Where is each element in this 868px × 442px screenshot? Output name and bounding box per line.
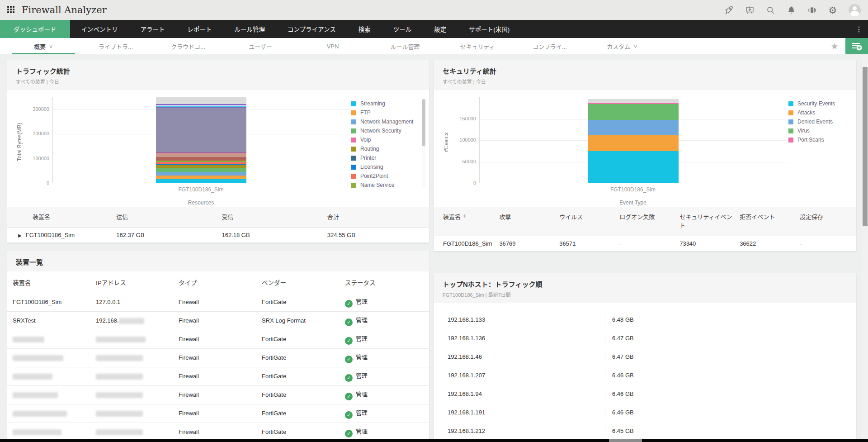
app-title: Firewall Analyzer xyxy=(22,5,107,15)
legend-item-denied-events[interactable]: Denied Events xyxy=(788,117,846,126)
legend-item-voip[interactable]: Voip xyxy=(351,135,419,144)
scrollbar-thumb[interactable] xyxy=(863,67,868,226)
subtab-6[interactable]: セキュリティ xyxy=(441,38,514,54)
security-col-0[interactable]: 装置名▲▼ xyxy=(434,207,495,236)
traffic-col-2[interactable]: 受信 xyxy=(218,207,324,228)
legend-item-attacks[interactable]: Attacks xyxy=(788,108,846,117)
legend-item-security-events[interactable]: Security Events xyxy=(788,99,846,108)
security-col-4[interactable]: セキュリティイベント xyxy=(676,207,736,236)
legend-item-port-scans[interactable]: Port Scans xyxy=(788,135,846,144)
device-row[interactable]: FGT100D186_Sim127.0.0.1FirewallFortiGate… xyxy=(7,293,429,311)
security-col-6[interactable]: 設定保存 xyxy=(796,207,856,236)
presentation-icon[interactable] xyxy=(745,5,755,15)
device-row[interactable]: SRXTest192.168.FirewallSRX Log Format✓管理 xyxy=(7,311,429,330)
subtab-4[interactable]: VPN xyxy=(297,38,369,54)
device-row[interactable]: FirewallFortiGate✓管理 xyxy=(7,367,429,385)
audit-log-icon[interactable] xyxy=(807,5,817,15)
legend-label: Network Security xyxy=(360,128,401,134)
traffic-row[interactable]: ▶FGT100D186_Sim162.37 GB162.18 GB324.55 … xyxy=(7,227,429,242)
top-host-row[interactable]: 192.168.1.1916.46 GB xyxy=(448,403,843,422)
security-col-3[interactable]: ログオン失敗 xyxy=(616,207,676,236)
favorite-star-icon[interactable]: ★ xyxy=(824,38,845,54)
nav-item-3[interactable]: レポート xyxy=(176,20,223,38)
device-row[interactable]: FirewallFortiGate✓管理 xyxy=(7,423,429,439)
host-ip: 192.168.1.46 xyxy=(448,353,605,360)
top-host-row[interactable]: 192.168.1.1366.47 GB xyxy=(448,329,843,347)
legend-item-routing[interactable]: Routing xyxy=(351,144,419,153)
chevron-down-icon[interactable]: ∨ xyxy=(633,44,638,49)
nav-item-4[interactable]: ルール管理 xyxy=(223,20,277,38)
legend-item-virus[interactable]: Virus xyxy=(788,126,846,135)
device-row[interactable]: FirewallFortiGate✓管理 xyxy=(7,330,429,348)
traffic-col-0[interactable]: 装置名 xyxy=(7,207,113,228)
device-row[interactable]: FirewallFortiGate✓管理 xyxy=(7,385,429,404)
security-panel-header: セキュリティ統計 すべての装置 | 今日 xyxy=(434,60,856,90)
apps-grid-icon[interactable] xyxy=(7,6,16,14)
subtab-7[interactable]: コンプライ... xyxy=(514,38,586,54)
device-col-1[interactable]: IPアドレス xyxy=(90,271,173,293)
settings-gear-icon[interactable]: ⚙ xyxy=(828,5,838,15)
subtab-2[interactable]: クラウドコ... xyxy=(152,38,224,54)
security-col-5[interactable]: 拒否イベント xyxy=(736,207,796,236)
chart-legend: StreamingFTPNetwork ManagementNetwork Se… xyxy=(349,97,425,194)
nav-item-0[interactable]: ダッシュボード xyxy=(0,20,70,38)
nav-item-5[interactable]: コンプライアンス xyxy=(276,20,347,38)
legend-item-printer[interactable]: Printer xyxy=(351,153,419,162)
legend-item-licensing[interactable]: Licensing xyxy=(351,162,419,171)
top-host-row[interactable]: 192.168.1.466.47 GB xyxy=(448,347,843,366)
security-col-1[interactable]: 攻撃 xyxy=(495,207,556,236)
device-row[interactable]: FirewallFortiGate✓管理 xyxy=(7,404,429,423)
subtab-3[interactable]: ユーザー xyxy=(224,38,297,54)
top-host-row[interactable]: 192.168.1.946.46 GB xyxy=(448,385,843,403)
subtab-0[interactable]: 概要∨ xyxy=(7,38,80,54)
sort-icon[interactable]: ▲▼ xyxy=(463,214,466,218)
traffic-col-1[interactable]: 送信 xyxy=(113,207,218,228)
stacked-bar-FGT100D186_Sim[interactable] xyxy=(588,99,679,183)
chevron-down-icon[interactable]: ∨ xyxy=(49,44,53,49)
subtab-5[interactable]: ルール管理 xyxy=(369,38,441,54)
nav-item-2[interactable]: アラート xyxy=(129,20,176,38)
device-type-cell: Firewall xyxy=(173,367,256,385)
device-col-3[interactable]: ベンダー xyxy=(256,271,340,293)
legend-item-network-security[interactable]: Network Security xyxy=(351,126,419,135)
nav-overflow-menu-icon[interactable]: ⋮ xyxy=(853,20,865,38)
top-host-row[interactable]: 192.168.1.2126.45 GB xyxy=(448,422,843,439)
subtab-8[interactable]: カスタム∨ xyxy=(586,38,658,54)
device-ip-cell: 127.0.0.1 xyxy=(90,293,173,311)
device-col-0[interactable]: 装置名 xyxy=(7,271,90,293)
device-col-2[interactable]: タイプ xyxy=(173,271,256,293)
nav-item-6[interactable]: 検索 xyxy=(347,20,382,38)
legend-item-network-management[interactable]: Network Management xyxy=(351,117,419,126)
security-row[interactable]: FGT100D186_Sim3676936571-7334036622- xyxy=(434,236,856,251)
legend-scrollbar[interactable] xyxy=(422,99,425,188)
legend-item-ftp[interactable]: FTP xyxy=(351,108,419,117)
bell-icon[interactable] xyxy=(786,5,796,15)
user-avatar[interactable] xyxy=(849,4,861,16)
security-col-2[interactable]: ウイルス xyxy=(556,207,616,236)
bar-segment-virus xyxy=(588,104,679,120)
nav-item-1[interactable]: インベントリ xyxy=(70,20,129,38)
subtab-1[interactable]: ライブトラ... xyxy=(80,38,152,54)
nav-item-8[interactable]: 設定 xyxy=(423,20,458,38)
nav-item-9[interactable]: サポート(米国) xyxy=(458,20,521,38)
device-col-4[interactable]: ステータス xyxy=(340,271,429,293)
page-scrollbar[interactable] xyxy=(862,54,868,442)
rocket-icon[interactable] xyxy=(724,5,734,15)
attacks-cell: 36769 xyxy=(495,236,556,251)
top-host-row[interactable]: 192.168.1.2076.46 GB xyxy=(448,366,843,385)
traffic-col-3[interactable]: 合計 xyxy=(324,207,429,228)
device-row[interactable]: FirewallFortiGate✓管理 xyxy=(7,348,429,367)
legend-item-point2point[interactable]: Point2Point xyxy=(351,171,419,181)
add-widget-button[interactable] xyxy=(845,38,868,54)
legend-item-streaming[interactable]: Streaming xyxy=(351,99,419,108)
legend-item-name-service[interactable]: Name Service xyxy=(351,181,419,190)
search-icon[interactable] xyxy=(765,5,775,15)
expand-row-icon[interactable]: ▶ xyxy=(18,233,22,238)
device-vendor-cell: FortiGate xyxy=(256,348,340,367)
y-tick-label: 0 xyxy=(26,180,49,185)
stacked-bar-FGT100D186_Sim[interactable] xyxy=(156,97,246,183)
legend-swatch xyxy=(788,138,793,143)
nav-item-7[interactable]: ツール xyxy=(382,20,423,38)
top-host-row[interactable]: 192.168.1.1336.48 GB xyxy=(448,310,843,329)
x-category-label: FGT100D186_Sim xyxy=(479,183,787,193)
